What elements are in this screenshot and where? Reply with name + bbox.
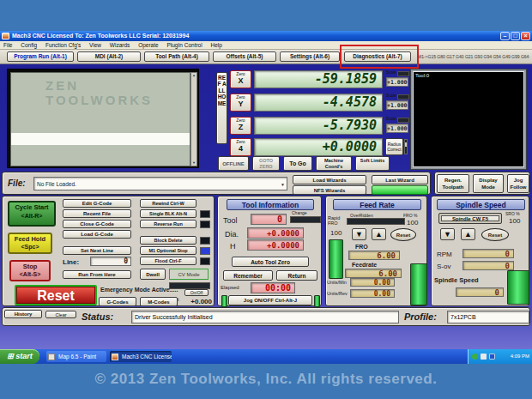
jog-follow-button[interactable]: Jog Follow xyxy=(507,174,529,193)
gcodes-button[interactable]: G-Codes xyxy=(99,297,136,306)
machine-coords-button[interactable]: Machine Coord's xyxy=(316,156,352,171)
maximize-icon[interactable]: □ xyxy=(511,32,520,40)
gcode-scrollbar[interactable]: ▲ ▼ xyxy=(190,72,197,166)
dro-x[interactable]: -59.1859 xyxy=(254,70,383,88)
scale-z-value[interactable]: +1.0000 xyxy=(386,124,408,133)
menu-plugin-control[interactable]: PlugIn Control xyxy=(163,41,205,50)
feed-hold-button[interactable]: Feed Hold <Spc> xyxy=(8,233,52,254)
display-mode-button[interactable]: Display Mode xyxy=(473,174,504,193)
single-blk-button[interactable]: Single BLK Alt-N xyxy=(140,209,196,218)
spindle-reset-button[interactable]: Reset xyxy=(481,228,509,241)
taskbar-window-paint[interactable]: Map 6.5 - Paint xyxy=(46,351,106,362)
load-gcode-button[interactable]: Load G-Code xyxy=(63,230,131,239)
sro-value[interactable]: 100 xyxy=(509,217,520,225)
taskbar-window-mach3[interactable]: Mach3 CNC Licensed... xyxy=(110,351,172,362)
zero-x-button[interactable]: Zero X xyxy=(230,70,251,88)
scale-x-value[interactable]: +1.0000 xyxy=(386,77,408,87)
soft-limits-button[interactable]: Soft Limits xyxy=(355,156,390,171)
remember-button[interactable]: Remember xyxy=(223,270,273,281)
menu-operate[interactable]: Operate xyxy=(135,41,162,50)
clear-button[interactable]: Clear xyxy=(45,311,76,318)
tool-number-dro[interactable]: 0 xyxy=(251,214,287,225)
tab-settings[interactable]: Settings (Alt-6) xyxy=(280,51,340,62)
recent-file-button[interactable]: Recent File xyxy=(63,209,131,218)
minimize-icon[interactable]: – xyxy=(500,32,510,40)
zero-z-button[interactable]: Zero Z xyxy=(230,117,251,135)
spindle-up-icon[interactable]: ▲ xyxy=(461,228,475,240)
ref-all-home-button[interactable]: REF ALL HOME xyxy=(216,72,227,144)
z-inhibit-value[interactable]: +0.000 xyxy=(179,298,212,305)
z-inhibit-onoff-button[interactable]: On/Off xyxy=(184,289,209,296)
tab-program-run[interactable]: Program Run (Alt-1) xyxy=(7,51,74,62)
start-button[interactable]: ⊞ start xyxy=(0,349,39,364)
spindle-down-icon[interactable]: ▼ xyxy=(440,228,455,240)
menu-function-cfgs[interactable]: Function Cfg's xyxy=(42,41,84,50)
nfs-wizards-button[interactable]: NFS Wizards xyxy=(293,185,366,195)
tool-h-dro[interactable]: +0.0000 xyxy=(247,239,304,251)
tool-dia-dro[interactable]: +0.0000 xyxy=(247,227,304,239)
mcodes-button[interactable]: M-Codes xyxy=(140,297,178,306)
reset-button[interactable]: Reset xyxy=(15,285,97,305)
dro-y[interactable]: -4.4578 xyxy=(254,94,383,112)
fro-slider[interactable] xyxy=(329,239,343,279)
menu-help[interactable]: Help xyxy=(207,41,225,50)
tab-offsets[interactable]: Offsets (Alt-5) xyxy=(213,51,276,62)
toolpath-display[interactable]: Tool:0 xyxy=(413,71,524,167)
title-bar[interactable]: Mach3 CNC Licensed To: Zen Toolworks LLC… xyxy=(0,31,532,41)
file-field[interactable]: No File Loaded. ▼ xyxy=(33,177,287,190)
edit-gcode-button[interactable]: Edit G-Code xyxy=(63,199,131,208)
zero-y-button[interactable]: Zero Y xyxy=(230,94,251,112)
goto-zero-button[interactable]: GOTO ZERO xyxy=(252,156,280,171)
scroll-down-icon[interactable]: ▼ xyxy=(191,160,196,166)
offline-button[interactable]: OFFLINE xyxy=(218,156,249,171)
menu-wizards[interactable]: Wizards xyxy=(106,41,133,50)
radius-correct-button[interactable]: Radius Correct xyxy=(385,138,403,155)
file-dropdown-icon[interactable]: ▼ xyxy=(281,182,285,187)
dro-4[interactable]: +0.0000 xyxy=(254,138,383,156)
close-icon[interactable]: × xyxy=(521,32,530,40)
auto-tool-zero-button[interactable]: Auto Tool Zero xyxy=(232,257,309,267)
scroll-up-icon[interactable]: ▲ xyxy=(191,73,196,78)
menu-file[interactable]: File xyxy=(0,41,15,50)
regen-toolpath-button[interactable]: Regen. Toolpath xyxy=(437,174,469,193)
set-next-line-button[interactable]: Set Next Line xyxy=(63,246,131,255)
zero-4-button[interactable]: Zero 4 xyxy=(230,138,251,156)
close-gcode-button[interactable]: Close G-Code xyxy=(63,220,131,228)
fro-pct-value[interactable]: 100 xyxy=(407,219,418,227)
dro-z[interactable]: -5.7930 xyxy=(254,117,383,135)
menu-config[interactable]: Config xyxy=(17,41,40,50)
menu-view[interactable]: View xyxy=(86,41,105,50)
spindle-cw-button[interactable]: Spindle CW F5 xyxy=(438,213,502,224)
rapid-fro-value[interactable]: 100 xyxy=(330,229,342,237)
reverse-run-button[interactable]: Reverse Run xyxy=(140,220,196,228)
m1-optional-stop-button[interactable]: M1 Optional Stop xyxy=(140,246,196,255)
tab-tool-path[interactable]: Tool Path (Alt-4) xyxy=(144,51,209,62)
tab-mdi[interactable]: MDI (Alt-2) xyxy=(77,51,141,62)
run-from-here-button[interactable]: Run From Here xyxy=(63,270,131,279)
fro-reset-button[interactable]: Reset xyxy=(390,228,416,241)
line-number-field[interactable]: 0 xyxy=(90,257,131,266)
rewind-button[interactable]: Rewind Ctrl-W xyxy=(140,199,196,208)
block-delete-button[interactable]: Block Delete xyxy=(140,236,196,245)
fro-up-icon[interactable]: ▲ xyxy=(372,228,386,240)
scale-y-value[interactable]: +1.0000 xyxy=(386,100,408,110)
fro-dro[interactable]: 6.00 xyxy=(348,251,400,260)
gcode-listing[interactable]: ZEN TOOLWORKS xyxy=(10,72,190,166)
spindle-slider[interactable] xyxy=(507,270,529,305)
jog-onoff-button[interactable]: Jog ON/OFF Ctrl-Alt-J xyxy=(228,295,312,305)
last-wizard-button[interactable]: Last Wizard xyxy=(372,175,428,184)
fro-down-icon[interactable]: ▼ xyxy=(352,228,366,240)
spindle-speed-dro[interactable]: 0 xyxy=(456,287,504,297)
radius-slider-thumb[interactable] xyxy=(405,142,407,147)
stop-button[interactable]: Stop <Alt-S> xyxy=(9,260,51,281)
dwell-button[interactable]: Dwell xyxy=(140,269,166,280)
radius-slider[interactable] xyxy=(404,139,408,154)
return-button[interactable]: Return xyxy=(276,270,317,281)
feedrate-slider[interactable] xyxy=(410,263,427,305)
load-wizards-button[interactable]: Load Wizards xyxy=(293,175,366,184)
cycle-start-button[interactable]: Cycle Start <Alt-R> xyxy=(8,201,56,227)
history-button[interactable]: History xyxy=(4,310,42,318)
to-go-button[interactable]: To Go xyxy=(283,156,312,171)
flood-button[interactable]: Flood Ctrl-F xyxy=(140,257,196,265)
feedrate-dro[interactable]: 6.00 xyxy=(345,269,402,278)
